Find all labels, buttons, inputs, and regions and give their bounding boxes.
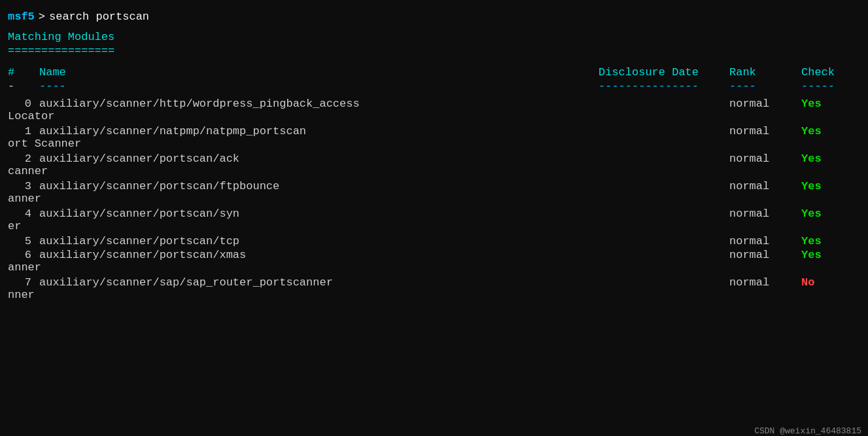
divider-num: -	[8, 80, 39, 92]
row-check: Yes	[801, 208, 860, 220]
row-module-name: auxiliary/scanner/portscan/ftpbounce	[39, 180, 599, 192]
row-num: 3	[8, 180, 39, 192]
row-check: Yes	[801, 125, 860, 137]
table-body: 0auxiliary/scanner/http/wordpress_pingba…	[8, 98, 860, 301]
header-rank: Rank	[729, 66, 801, 79]
table-row: 7auxiliary/scanner/sap/sap_router_portsc…	[8, 276, 860, 301]
row-module-name: auxiliary/scanner/sap/sap_router_portsca…	[39, 276, 599, 289]
divider-disclosure: ---------------	[599, 80, 729, 92]
row-rank: normal	[729, 153, 801, 165]
row-rank: normal	[729, 276, 801, 289]
row-module-name: auxiliary/scanner/natpmp/natpmp_portscan	[39, 125, 599, 137]
list-item: 0auxiliary/scanner/http/wordpress_pingba…	[8, 98, 860, 110]
row-description: anner	[8, 261, 860, 274]
table-row: 5auxiliary/scanner/portscan/tcpnormalYes	[8, 235, 860, 247]
list-item: 6auxiliary/scanner/portscan/xmasnormalYe…	[8, 249, 860, 261]
header-num: #	[8, 66, 39, 79]
header-disclosure: Disclosure Date	[599, 66, 729, 79]
section-underline: ================	[8, 45, 860, 57]
table-row: 3auxiliary/scanner/portscan/ftpbouncenor…	[8, 180, 860, 205]
row-num: 6	[8, 249, 39, 261]
row-module-name: auxiliary/scanner/portscan/syn	[39, 208, 599, 220]
row-description: ort Scanner	[8, 137, 860, 150]
row-num: 1	[8, 125, 39, 137]
section-title: Matching Modules	[8, 31, 860, 43]
list-item: 2auxiliary/scanner/portscan/acknormalYes	[8, 153, 860, 165]
row-num: 4	[8, 208, 39, 220]
row-description: nner	[8, 289, 860, 301]
row-rank: normal	[729, 249, 801, 261]
list-item: 4auxiliary/scanner/portscan/synnormalYes	[8, 208, 860, 220]
watermark: CSDN @weixin_46483815	[754, 426, 861, 436]
row-rank: normal	[729, 180, 801, 192]
table-row: 6auxiliary/scanner/portscan/xmasnormalYe…	[8, 249, 860, 274]
row-rank: normal	[729, 208, 801, 220]
row-num: 5	[8, 235, 39, 247]
prompt-line: msf5 > search portscan	[8, 10, 860, 23]
list-item: 5auxiliary/scanner/portscan/tcpnormalYes	[8, 235, 860, 247]
row-num: 0	[8, 98, 39, 110]
row-description: anner	[8, 192, 860, 205]
divider-rank: ----	[729, 80, 801, 92]
table-row: 0auxiliary/scanner/http/wordpress_pingba…	[8, 98, 860, 122]
table-row: 4auxiliary/scanner/portscan/synnormalYes…	[8, 208, 860, 232]
header-name: Name	[39, 66, 599, 79]
divider-name: ----	[39, 80, 599, 92]
table-row: 2auxiliary/scanner/portscan/acknormalYes…	[8, 153, 860, 177]
row-check: Yes	[801, 98, 860, 110]
prompt-command: search portscan	[49, 10, 149, 23]
row-check: No	[801, 276, 860, 289]
row-description: Locator	[8, 110, 860, 122]
row-check: Yes	[801, 180, 860, 192]
row-num: 2	[8, 153, 39, 165]
table-header: # Name Disclosure Date Rank Check	[8, 66, 860, 79]
divider-check: -----	[801, 80, 860, 92]
row-module-name: auxiliary/scanner/portscan/ack	[39, 153, 599, 165]
row-check: Yes	[801, 235, 860, 247]
row-description: er	[8, 220, 860, 232]
row-rank: normal	[729, 125, 801, 137]
row-module-name: auxiliary/scanner/portscan/xmas	[39, 249, 599, 261]
terminal: msf5 > search portscan Matching Modules …	[0, 5, 868, 436]
row-module-name: auxiliary/scanner/portscan/tcp	[39, 235, 599, 247]
table-divider: - ---- --------------- ---- -----	[8, 80, 860, 92]
list-item: 1auxiliary/scanner/natpmp/natpmp_portsca…	[8, 125, 860, 137]
header-check: Check	[801, 66, 860, 79]
list-item: 7auxiliary/scanner/sap/sap_router_portsc…	[8, 276, 860, 289]
table-row: 1auxiliary/scanner/natpmp/natpmp_portsca…	[8, 125, 860, 150]
row-check: Yes	[801, 153, 860, 165]
row-check: Yes	[801, 249, 860, 261]
list-item: 3auxiliary/scanner/portscan/ftpbouncenor…	[8, 180, 860, 192]
row-description: canner	[8, 165, 860, 177]
row-rank: normal	[729, 235, 801, 247]
prompt-msf: msf5	[8, 10, 35, 23]
row-rank: normal	[729, 98, 801, 110]
row-num: 7	[8, 276, 39, 289]
modules-table: # Name Disclosure Date Rank Check - ----…	[8, 66, 860, 301]
prompt-arrow: >	[39, 10, 45, 23]
row-module-name: auxiliary/scanner/http/wordpress_pingbac…	[39, 98, 599, 110]
